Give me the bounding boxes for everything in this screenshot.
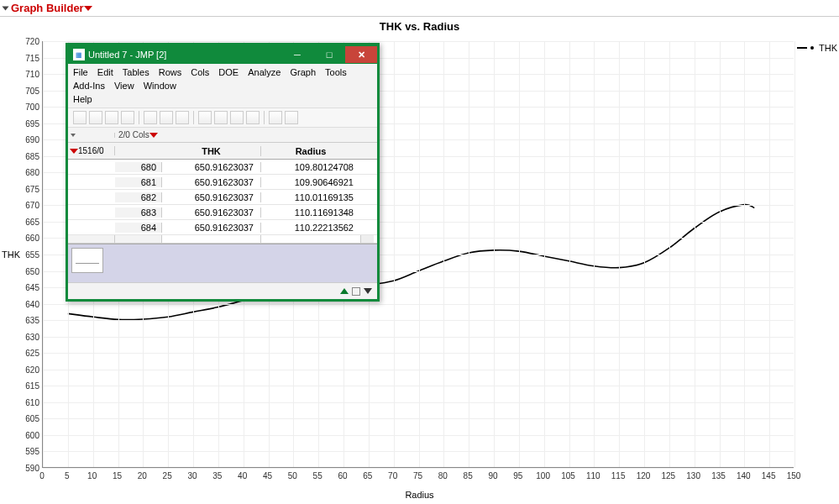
legend[interactable]: THK [797,43,837,53]
toolbar-icon[interactable] [214,111,228,124]
cell-radius[interactable]: 110.22213562 [261,223,360,233]
cell-thk[interactable]: 650.91623037 [162,177,261,187]
cell-radius[interactable]: 110.01169135 [261,192,360,202]
x-tick: 140 [737,471,751,480]
window-close-button[interactable]: ✕ [345,46,377,63]
row-number: 682 [115,192,162,202]
x-tick: 50 [288,471,297,480]
menu-graph[interactable]: Graph [290,66,316,79]
y-tick: 700 [4,102,39,112]
nav-home-icon[interactable] [352,287,360,296]
jmp-app-icon: ▦ [73,49,85,60]
toolbar-icon[interactable] [230,111,244,124]
disclosure-icon[interactable] [71,134,76,137]
menu-edit[interactable]: Edit [97,66,113,79]
y-tick: 595 [4,447,39,456]
window-maximize-button[interactable]: □ [313,46,345,63]
x-tick: 20 [138,471,147,480]
window-titlebar[interactable]: ▦ Untitled 7 - JMP [2] ─ □ ✕ [68,45,377,64]
toolbar-icon[interactable] [73,111,87,124]
y-tick: 665 [4,217,39,226]
toolbar-icon[interactable] [176,111,189,124]
disclosure-icon[interactable] [3,6,9,10]
cell-thk[interactable]: 650.91623037 [162,223,261,233]
red-triangle-icon[interactable] [70,149,78,154]
cell-radius[interactable]: 110.11691348 [261,207,360,218]
menu-rows[interactable]: Rows [159,66,182,79]
x-tick: 90 [488,471,497,480]
table-row[interactable]: 681650.91623037109.90646921 [68,175,377,190]
x-tick: 135 [711,471,726,480]
x-tick: 30 [187,471,197,480]
table-row[interactable]: 680650.91623037109.80124708 [68,160,377,175]
x-tick: 75 [413,471,422,480]
x-tick: 55 [313,471,322,480]
toolbar-icon[interactable] [246,111,260,124]
cell-thk[interactable]: 650.91623037 [162,192,261,202]
y-tick: 615 [4,381,39,391]
x-tick: 15 [113,471,122,480]
y-tick: 720 [4,37,39,46]
thumbnail-panel [68,244,377,282]
y-tick: 655 [4,250,39,260]
toolbar-icon[interactable] [285,111,298,124]
y-tick: 695 [4,118,39,128]
table-row[interactable]: 682650.91623037110.01169135 [68,190,377,205]
cell-thk[interactable]: 650.91623037 [162,162,261,172]
panel-title: Graph Builder [11,2,84,14]
column-header-radius[interactable]: Radius [261,146,360,156]
x-tick: 5 [65,471,70,480]
x-tick: 95 [513,471,522,480]
x-tick: 110 [586,471,600,480]
y-tick: 675 [4,184,39,193]
toolbar-icon[interactable] [160,111,173,124]
menu-help[interactable]: Help [73,92,92,106]
column-header-thk[interactable]: THK [162,146,261,156]
menu-window[interactable]: Window [144,79,176,92]
cell-radius[interactable]: 109.90646921 [261,177,360,187]
menu-doe[interactable]: DOE [218,66,239,79]
menu-tables[interactable]: Tables [123,66,149,79]
chart-thumbnail[interactable] [71,248,103,273]
menu-file[interactable]: File [73,66,88,79]
toolbar-icon[interactable] [198,111,212,124]
legend-dot-icon [810,46,814,50]
menu-cols[interactable]: Cols [191,66,209,79]
x-tick: 65 [363,471,372,480]
cell-radius[interactable]: 109.80124708 [261,162,360,172]
status-bar [68,282,377,299]
x-tick: 0 [39,471,45,480]
x-tick: 45 [263,471,272,480]
red-triangle-icon[interactable] [149,133,158,138]
jmp-data-window[interactable]: ▦ Untitled 7 - JMP [2] ─ □ ✕ File Edit T… [66,43,380,302]
nav-down-icon[interactable] [364,288,372,294]
toolbar-icon[interactable] [121,111,134,124]
x-tick: 150 [787,471,801,480]
window-minimize-button[interactable]: ─ [281,46,313,63]
chart-title: THK vs. Radius [0,17,839,34]
toolbar-icon[interactable] [105,111,118,124]
menu-tools[interactable]: Tools [325,66,347,79]
menu-addins[interactable]: Add-Ins [73,79,105,92]
y-tick: 705 [4,86,39,95]
nav-up-icon[interactable] [340,288,349,294]
menu-view[interactable]: View [114,79,134,92]
x-tick: 25 [163,471,172,480]
toolbar-icon[interactable] [144,111,157,124]
x-tick: 120 [637,471,651,480]
y-tick: 670 [4,201,39,210]
table-header: 1516/0 THK Radius [68,143,377,160]
menu-analyze[interactable]: Analyze [248,66,281,79]
menu-bar: File Edit Tables Rows Cols DOE Analyze G… [68,64,377,108]
table-row[interactable]: 684650.91623037110.22213562 [68,220,377,235]
cell-thk[interactable]: 650.91623037 [162,207,261,218]
toolbar-icon[interactable] [89,111,102,124]
x-axis-label: Radius [405,490,433,500]
red-triangle-menu-icon[interactable] [84,6,92,11]
y-tick: 605 [4,414,39,423]
cols-summary-row: 2/0 Cols [68,128,377,143]
y-tick: 590 [4,464,39,473]
table-row[interactable]: 683650.91623037110.11691348 [68,205,377,220]
toolbar-icon[interactable] [269,111,282,124]
y-tick: 715 [4,53,39,62]
